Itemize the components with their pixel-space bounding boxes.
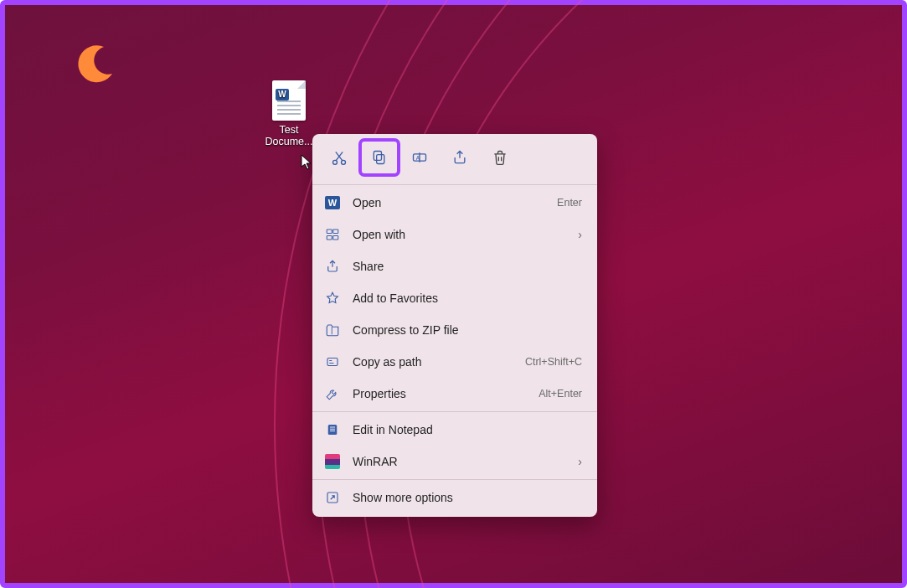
menu-label: Show more options	[353, 491, 582, 504]
trash-icon	[492, 149, 508, 166]
copy-button[interactable]	[361, 141, 398, 174]
menu-share[interactable]: Share	[312, 250, 597, 282]
menu-show-more[interactable]: Show more options	[312, 482, 597, 513]
svg-point-0	[333, 160, 338, 164]
menu-label: Add to Favorites	[353, 291, 582, 305]
svg-rect-7	[333, 230, 338, 234]
star-icon	[324, 290, 341, 307]
context-menu: A W Open Enter Open with › Share A	[312, 134, 597, 517]
word-icon: W	[324, 194, 341, 211]
svg-rect-8	[327, 236, 332, 240]
svg-rect-10	[327, 358, 338, 366]
word-file-icon: W	[272, 80, 306, 121]
menu-compress-zip[interactable]: Compress to ZIP file	[312, 314, 597, 346]
svg-rect-11	[328, 425, 338, 435]
svg-point-1	[342, 160, 346, 164]
chevron-right-icon: ›	[578, 228, 582, 241]
menu-edit-notepad[interactable]: Edit in Notepad	[312, 414, 597, 446]
expand-icon	[324, 489, 341, 506]
menu-open[interactable]: W Open Enter	[312, 187, 597, 219]
open-with-icon	[324, 226, 341, 243]
desktop: W Test Docume... A	[0, 0, 907, 588]
svg-rect-6	[327, 230, 332, 234]
menu-label: Share	[353, 260, 582, 273]
menu-label: Open	[353, 196, 545, 209]
delete-button[interactable]	[482, 141, 518, 174]
shortcut: Alt+Enter	[539, 388, 582, 400]
rename-icon: A	[411, 149, 428, 166]
moon-icon	[70, 39, 121, 89]
wrench-icon	[324, 385, 341, 402]
separator	[312, 479, 597, 480]
menu-label: Open with	[353, 228, 566, 241]
cut-icon	[331, 149, 348, 166]
rename-button[interactable]: A	[401, 141, 438, 174]
copy-path-icon	[324, 353, 341, 370]
menu-properties[interactable]: Properties Alt+Enter	[312, 378, 597, 410]
winrar-icon	[324, 453, 341, 470]
menu-label: Properties	[353, 387, 527, 400]
separator	[312, 411, 597, 412]
cut-button[interactable]	[321, 141, 358, 174]
menu-label: Compress to ZIP file	[353, 323, 582, 337]
zip-icon	[324, 322, 341, 338]
copy-icon	[371, 149, 388, 166]
notepad-icon	[324, 421, 341, 438]
svg-rect-3	[374, 152, 381, 161]
menu-label: Edit in Notepad	[353, 423, 582, 436]
svg-rect-2	[377, 155, 384, 164]
svg-text:A: A	[416, 155, 420, 161]
quick-action-row: A	[312, 134, 597, 183]
chevron-right-icon: ›	[578, 455, 582, 468]
menu-label: WinRAR	[353, 455, 566, 468]
menu-open-with[interactable]: Open with ›	[312, 219, 597, 250]
menu-label: Copy as path	[353, 355, 513, 369]
mouse-cursor-icon	[301, 154, 312, 171]
svg-rect-9	[333, 236, 338, 240]
menu-winrar[interactable]: WinRAR ›	[312, 446, 597, 477]
share-icon	[451, 149, 468, 166]
separator	[312, 184, 597, 185]
menu-add-favorites[interactable]: Add to Favorites	[312, 282, 597, 314]
shortcut: Ctrl+Shift+C	[525, 356, 582, 368]
share-button[interactable]	[441, 141, 478, 174]
share-icon	[324, 258, 341, 275]
menu-copy-path[interactable]: Copy as path Ctrl+Shift+C	[312, 346, 597, 378]
shortcut: Enter	[557, 197, 582, 209]
